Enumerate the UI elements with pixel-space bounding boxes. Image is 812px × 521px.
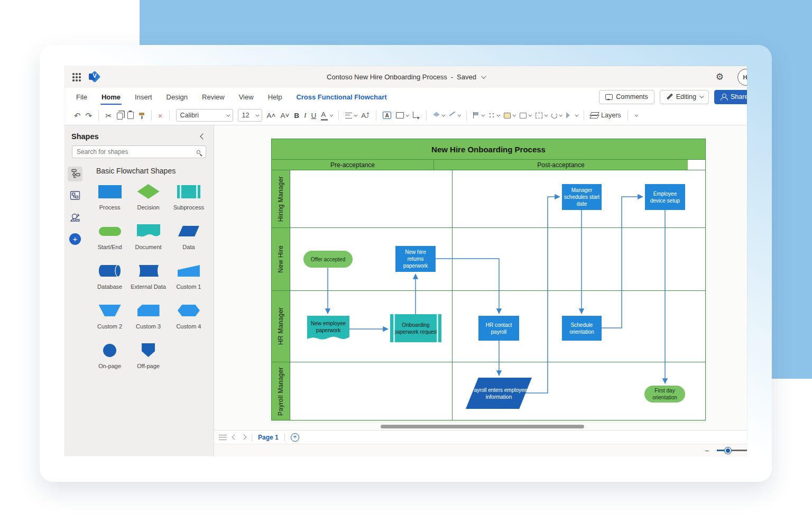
group-button[interactable] [536, 113, 547, 118]
offpage-shape-icon [142, 342, 155, 358]
document-title[interactable]: Contoso New Hire Onboarding Process - Sa… [64, 66, 747, 88]
connector-button[interactable] [413, 113, 420, 118]
account-avatar[interactable]: HI [737, 69, 747, 86]
zoom-slider-thumb[interactable] [725, 447, 731, 454]
stencil-shape-custom-3[interactable]: Custom 3 [131, 303, 166, 330]
send-backward-button[interactable] [520, 113, 531, 118]
stencil-shape-document[interactable]: Document [131, 223, 166, 250]
undo-button[interactable]: ↶ [74, 112, 81, 120]
font-name-select[interactable]: Calibri [176, 109, 233, 122]
menu-item-home[interactable]: Home [102, 88, 121, 106]
flip-chevron-icon [575, 113, 578, 116]
rail-item-add-stencil-icon[interactable]: + [68, 232, 82, 246]
paragraph-align-button[interactable] [345, 113, 356, 118]
shapes-panel: Shapes + Basic Flowchart Shapes ProcessD… [64, 125, 214, 456]
node-first-day-orientation[interactable]: First day orientation [644, 386, 685, 403]
line-color-button[interactable] [449, 114, 460, 117]
flowchart-diagram[interactable]: New Hire Onboarding ProcessPre-acceptanc… [271, 139, 706, 421]
menu-item-contextual-tab[interactable]: Cross Functional Flowchart [296, 88, 386, 106]
fill-color-button[interactable] [433, 113, 444, 118]
stencil-shape-process[interactable]: Process [96, 184, 123, 211]
share-button[interactable]: Share [714, 90, 747, 104]
change-shape-button[interactable] [396, 112, 408, 118]
rail-item-draw-shape-tool-icon[interactable] [68, 210, 82, 225]
stencil-shape-data[interactable]: Data [173, 223, 204, 250]
send-backward-chevron-icon [528, 113, 532, 116]
text-block-button[interactable]: A [383, 112, 391, 119]
italic-button[interactable]: I [304, 111, 307, 120]
menu-item-view[interactable]: View [239, 88, 254, 106]
flip-button[interactable] [566, 112, 577, 118]
next-page-chevron-icon[interactable] [242, 435, 247, 440]
rail-item-diagram-parts-stencil-icon[interactable] [68, 188, 82, 203]
drawing-canvas[interactable]: New Hire Onboarding ProcessPre-acceptanc… [214, 125, 747, 430]
copy-button[interactable] [117, 111, 123, 120]
stencil-shape-database[interactable]: Database [96, 263, 123, 290]
shrink-font-button[interactable]: A˅ [280, 112, 289, 120]
node-new-hire-returns-paperwork[interactable]: New hire returns paperwork [395, 246, 436, 272]
editing-mode-button[interactable]: Editing [660, 90, 709, 104]
zoom-slider[interactable] [717, 450, 747, 451]
menu-item-insert[interactable]: Insert [135, 88, 152, 106]
node-schedule-orientation[interactable]: Schedule orientation [562, 316, 602, 341]
position-button[interactable] [473, 112, 484, 118]
stencil-shape-subprocess[interactable]: Subprocess [173, 184, 204, 211]
node-hr-contact-payroll[interactable]: HR contact payroll [478, 316, 519, 341]
panel-collapse-chevron-icon[interactable] [200, 133, 206, 139]
comments-button[interactable]: Comments [599, 90, 654, 104]
ribbon-more-button[interactable] [634, 114, 637, 117]
page-list-icon[interactable] [219, 435, 227, 440]
stencil-shape-custom-4[interactable]: Custom 4 [173, 303, 204, 330]
shape-label: Data [182, 244, 195, 250]
menu-item-help[interactable]: Help [268, 88, 282, 106]
shape-label: Custom 2 [97, 323, 122, 330]
stencil-shape-custom-2[interactable]: Custom 2 [96, 303, 123, 330]
rotate-button[interactable] [551, 113, 561, 118]
previous-page-chevron-icon[interactable] [232, 435, 237, 440]
ribbon-separator [338, 110, 339, 121]
search-icon[interactable] [197, 150, 200, 154]
page-tab[interactable]: Page 1 [258, 434, 279, 441]
stencil-shape-start-end[interactable]: Start/End [96, 223, 123, 250]
grow-font-button[interactable]: A˄ [267, 112, 276, 120]
title-chevron-down-icon[interactable] [481, 74, 486, 79]
stencil-shape-on-page[interactable]: On-page [96, 342, 123, 369]
font-color-button[interactable]: A [321, 111, 332, 121]
cut-button[interactable]: ✂ [105, 112, 112, 120]
paste-button[interactable] [127, 112, 134, 119]
bring-forward-button[interactable] [504, 113, 515, 118]
rail-item-flowchart-stencil-icon[interactable] [68, 167, 82, 181]
redo-button[interactable]: ↷ [86, 112, 93, 120]
node-manager-schedules-start-date[interactable]: Manager schedules start date [562, 184, 602, 210]
text-direction-button[interactable]: A⤴ [361, 112, 370, 120]
node-new-employee-paperwork[interactable]: New employee paperwork [307, 316, 349, 342]
node-label: Onboarding paperwork request [392, 322, 440, 335]
menu-item-review[interactable]: Review [202, 88, 225, 106]
phase-divider-line [452, 170, 453, 421]
horizontal-scrollbar[interactable] [381, 425, 584, 428]
delete-button[interactable]: × [158, 112, 163, 120]
auto-align-button[interactable] [488, 112, 499, 118]
stencil-shape-off-page[interactable]: Off-page [131, 342, 166, 369]
node-offer-accepted[interactable]: Offer accepted [303, 251, 353, 268]
underline-button[interactable]: U [311, 112, 317, 120]
font-size-select[interactable]: 12 [238, 109, 262, 122]
menu-item-design[interactable]: Design [167, 88, 188, 106]
menu-item-file[interactable]: File [76, 88, 87, 106]
add-page-button[interactable]: + [291, 433, 299, 442]
settings-gear-icon[interactable]: ⚙ [716, 71, 724, 83]
stencil-shape-decision[interactable]: Decision [131, 184, 166, 211]
layers-button[interactable]: Layers [590, 112, 621, 119]
stencil-shape-custom-1[interactable]: Custom 1 [173, 263, 204, 290]
shape-search-input[interactable] [77, 148, 172, 156]
format-painter-button[interactable] [139, 112, 145, 118]
node-onboarding-paperwork-request[interactable]: Onboarding paperwork request [390, 314, 441, 342]
decision-shape-icon [137, 184, 160, 199]
bold-button[interactable]: B [294, 112, 299, 120]
zoom-out-button[interactable]: − [705, 446, 709, 455]
document-title-text: Contoso New Hire Onboarding Process [327, 73, 447, 81]
shape-search-box[interactable] [72, 145, 206, 158]
node-employee-device-setup[interactable]: Employee device setup [645, 184, 685, 210]
stencil-shape-external-data[interactable]: External Data [131, 263, 166, 290]
shape-label: Subprocess [173, 204, 204, 211]
